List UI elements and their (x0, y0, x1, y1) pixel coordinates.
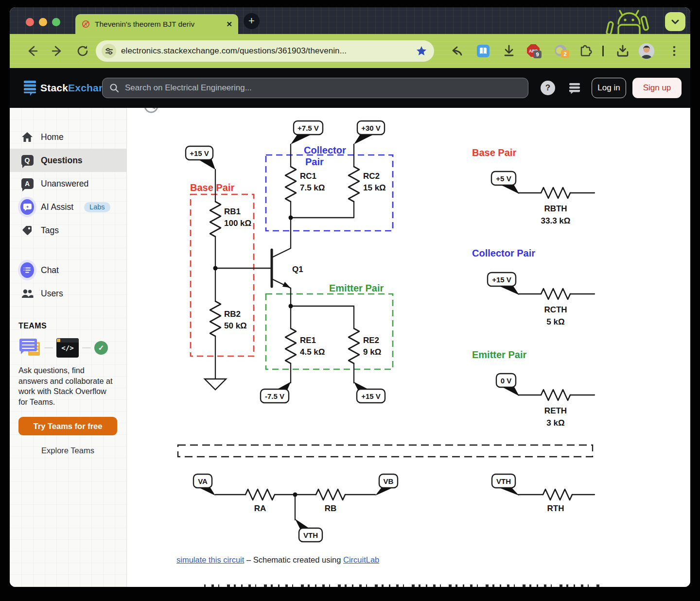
search-input[interactable] (124, 83, 509, 93)
try-teams-button[interactable]: Try Teams for free (18, 417, 117, 435)
new-tab-button[interactable]: + (244, 13, 260, 29)
sidebar-item-home[interactable]: Home (10, 125, 126, 149)
forward-button[interactable] (51, 44, 64, 58)
avatar-image (639, 43, 654, 59)
flag-vth-center: VTH (295, 519, 322, 542)
sidebar-item-users[interactable]: Users (10, 282, 126, 305)
sidebar-item-unanswered[interactable]: A Unanswered (10, 172, 126, 195)
sidebar-item-questions[interactable]: Q Questions (10, 149, 126, 172)
browser-tab-bar: Thevenin's theorem BJT deriv ✕ + (10, 7, 690, 34)
svg-text:+30 V: +30 V (361, 124, 381, 132)
site-search[interactable] (102, 78, 528, 98)
site-favicon (81, 19, 90, 29)
adblock-extension-icon[interactable]: ABP 9 (526, 44, 541, 58)
site-info-button[interactable] (102, 44, 116, 58)
svg-text:Emitter Pair: Emitter Pair (472, 349, 526, 360)
reply-extension-icon[interactable] (450, 44, 464, 58)
junction-dots (213, 216, 298, 497)
history-icon[interactable] (145, 108, 158, 112)
emitter-pair-box (266, 294, 393, 369)
close-tab-icon[interactable]: ✕ (226, 20, 232, 28)
sidebar-item-label: Tags (41, 225, 59, 236)
flag-plus30: +30 V (354, 121, 385, 144)
sidebar-spacer (10, 242, 126, 258)
svg-text:33.3 kΩ: 33.3 kΩ (541, 216, 571, 225)
flag-vth-right: VTH (492, 474, 519, 496)
downloads-tray-icon[interactable] (615, 44, 630, 58)
ground-symbol (205, 379, 226, 390)
address-bar[interactable]: electronics.stackexchange.com/questions/… (96, 40, 434, 62)
svg-text:5 kΩ: 5 kΩ (546, 317, 564, 326)
help-button[interactable]: ? (541, 81, 555, 95)
simulate-circuit-link[interactable]: simulate this circuit (176, 555, 244, 564)
sidebar-item-label: Users (41, 289, 63, 299)
tab-title-fade (198, 14, 222, 34)
window-controls (26, 18, 60, 26)
site-settings-icon (105, 47, 113, 55)
svg-text:9 kΩ: 9 kΩ (363, 347, 381, 357)
resistor-rc2 (349, 167, 359, 202)
svg-text:7.5 kΩ: 7.5 kΩ (300, 183, 325, 192)
svg-text:Pair: Pair (305, 156, 324, 167)
flag-zero: 0 V (496, 374, 519, 396)
back-button[interactable] (25, 44, 39, 58)
sidebar-item-ai-assist[interactable]: ✦ AI Assist Labs (10, 195, 126, 219)
url-text[interactable]: electronics.stackexchange.com/questions/… (121, 46, 347, 56)
teams-code-icon: </> (56, 338, 79, 358)
circuitlab-link[interactable]: CircuitLab (343, 555, 379, 564)
svg-text:RE1: RE1 (300, 336, 316, 345)
svg-text:100 kΩ: 100 kΩ (224, 219, 251, 228)
reader-extension-icon[interactable] (476, 44, 490, 58)
thevenin-box (178, 445, 593, 457)
svg-text:+15 V: +15 V (492, 275, 511, 284)
svg-text:RTH: RTH (547, 504, 564, 513)
svg-text:+15 V: +15 V (190, 149, 209, 157)
resistors (210, 167, 572, 500)
resistor-rb (316, 489, 345, 500)
close-window-button[interactable] (26, 18, 34, 26)
svg-text:VTH: VTH (303, 531, 318, 539)
sidebar-item-label: AI Assist (41, 202, 73, 212)
svg-text:RB: RB (325, 504, 337, 513)
users-icon (20, 287, 34, 300)
explore-teams-link[interactable]: Explore Teams (18, 446, 117, 455)
browser-tab[interactable]: Thevenin's theorem BJT deriv ✕ (75, 14, 238, 34)
inbox-icon[interactable] (568, 81, 581, 95)
browser-window: Thevenin's theorem BJT deriv ✕ + (10, 7, 690, 587)
svg-text:-7.5 V: -7.5 V (265, 392, 284, 400)
transistor-q1 (272, 248, 291, 306)
signup-button[interactable]: Sign up (632, 78, 682, 98)
browser-menu-icon[interactable] (667, 44, 682, 58)
profile-avatar[interactable] (639, 43, 654, 59)
sidebar-item-tags[interactable]: Tags (10, 219, 126, 242)
teams-chat-icon (19, 339, 41, 357)
privacy-extension-icon[interactable]: 2 (554, 44, 568, 58)
toolbar-separator (602, 46, 604, 56)
svg-text:RB2: RB2 (224, 309, 241, 319)
resistor-rcth (541, 289, 570, 299)
svg-text:4.5 kΩ: 4.5 kΩ (300, 347, 325, 357)
flag-plus5: +5 V (491, 172, 519, 194)
resistor-re2 (349, 328, 359, 363)
resistor-rth (543, 489, 572, 500)
question-content: +15 V +7.5 V +30 V -7.5 V +15 V (127, 108, 690, 587)
sidebar-item-label: Questions (41, 155, 83, 166)
login-button[interactable]: Log in (592, 78, 626, 98)
resistor-reth (541, 390, 570, 400)
android-robot-decoration (600, 9, 652, 34)
svg-text:✦: ✦ (25, 204, 29, 209)
download-extension-icon[interactable] (502, 44, 516, 58)
tab-search-button[interactable] (665, 12, 685, 31)
sidebar-item-chat[interactable]: Chat (10, 258, 126, 282)
connector-dash (44, 347, 53, 349)
svg-text:RC2: RC2 (363, 172, 380, 181)
reload-button[interactable] (76, 44, 89, 58)
minimize-window-button[interactable] (39, 18, 47, 26)
bookmark-star-icon[interactable] (416, 45, 427, 57)
extensions-puzzle-icon[interactable] (578, 44, 593, 58)
svg-text:+7.5 V: +7.5 V (298, 124, 319, 132)
maximize-window-button[interactable] (52, 18, 60, 26)
home-icon (20, 130, 34, 144)
left-sidebar: Home Q Questions A Unanswered ✦ (10, 108, 127, 587)
resistor-re1 (285, 328, 296, 363)
